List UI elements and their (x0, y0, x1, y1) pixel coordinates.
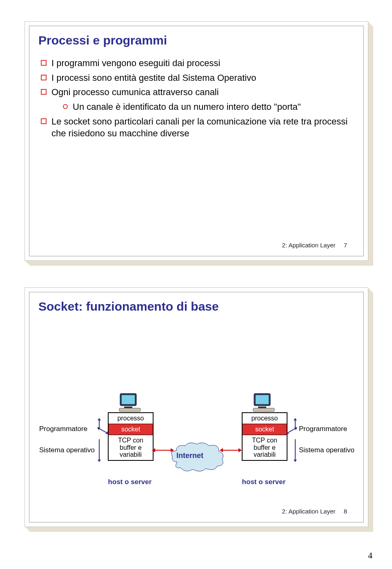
cell-processo-right: processo (243, 413, 287, 424)
slide-2-inner: Socket: funzionamento di base Programmat… (29, 292, 364, 522)
bullet-3a: Un canale è identificato da un numero in… (63, 101, 355, 113)
cell-socket-left: socket (109, 424, 153, 435)
bullet-3a-text: Un canale è identificato da un numero in… (73, 101, 301, 113)
label-os-left: Sistema operativo (39, 446, 100, 455)
square-bullet-icon (41, 89, 47, 95)
bullet-4: Le socket sono particolari canali per la… (41, 116, 355, 140)
label-programmer-right: Programmatore (299, 425, 364, 433)
bullet-1-text: I programmi vengono eseguiti dai process… (51, 57, 220, 69)
host-label-left: host o server (108, 478, 152, 486)
bullet-3-text: Ogni processo cumunica attraverso canali (51, 86, 219, 98)
computer-icon (118, 393, 141, 412)
footer-page: 7 (344, 242, 347, 249)
footer-page: 8 (344, 508, 347, 515)
bullet-4-text: Le socket sono particolari canali per la… (51, 116, 355, 140)
blue-arrow-icon (288, 428, 295, 433)
internet-label: Internet (176, 451, 203, 460)
cell-tcp-right: TCP con buffer e variabili (243, 435, 287, 460)
square-bullet-icon (41, 118, 47, 124)
slide-1-footer: 2: Application Layer 7 (282, 242, 354, 249)
vertical-arrow-icon (99, 439, 100, 460)
socket-diagram: Programmatore Sistema operativo Programm… (29, 398, 363, 505)
svg-rect-6 (258, 407, 266, 408)
label-os-right: Sistema operativo (299, 446, 364, 455)
square-bullet-icon (41, 60, 47, 66)
page: Processi e programmi I programmi vengono… (0, 0, 392, 569)
svg-rect-3 (119, 408, 140, 411)
slide-2-footer: 2: Application Layer 8 (282, 508, 354, 515)
slide-1-body: I programmi vengono eseguiti dai process… (41, 57, 355, 140)
cell-socket-right: socket (243, 424, 287, 435)
bullet-2: I processi sono entità gestite dal Siste… (41, 72, 355, 84)
circle-bullet-icon (63, 104, 68, 109)
host-box-right: processo socket TCP con buffer e variabi… (242, 412, 287, 461)
page-number: 4 (368, 550, 372, 561)
bullet-3: Ogni processo cumunica attraverso canali (41, 86, 355, 98)
footer-text: 2: Application Layer (282, 242, 336, 249)
slide-2-title: Socket: funzionamento di base (38, 300, 363, 313)
right-labels: Programmatore Sistema operativo (299, 425, 364, 455)
label-programmer-left: Programmatore (39, 425, 100, 433)
svg-rect-1 (122, 395, 135, 404)
svg-rect-2 (124, 407, 132, 408)
slide-1-inner: Processi e programmi I programmi vengono… (29, 26, 364, 256)
bullet-1: I programmi vengono eseguiti dai process… (41, 57, 355, 69)
computer-icon (252, 393, 275, 412)
footer-text: 2: Application Layer (282, 508, 336, 515)
square-bullet-icon (41, 75, 47, 80)
host-label-right: host o server (242, 478, 286, 486)
bullet-2-text: I processi sono entità gestite dal Siste… (51, 72, 256, 84)
slide-1-title: Processi e programmi (38, 33, 363, 47)
slide-2: Socket: funzionamento di base Programmat… (24, 287, 368, 527)
vertical-arrow-icon (295, 439, 296, 460)
svg-rect-5 (256, 395, 269, 404)
slide-1: Processi e programmi I programmi vengono… (24, 21, 368, 261)
cell-processo-left: processo (109, 413, 153, 424)
left-labels: Programmatore Sistema operativo (39, 425, 100, 455)
host-box-left: processo socket TCP con buffer e variabi… (108, 412, 154, 461)
svg-rect-7 (253, 408, 274, 411)
cell-tcp-left: TCP con buffer e variabili (109, 435, 153, 460)
red-arrow-icon (223, 450, 238, 451)
red-arrow-icon (155, 450, 171, 451)
